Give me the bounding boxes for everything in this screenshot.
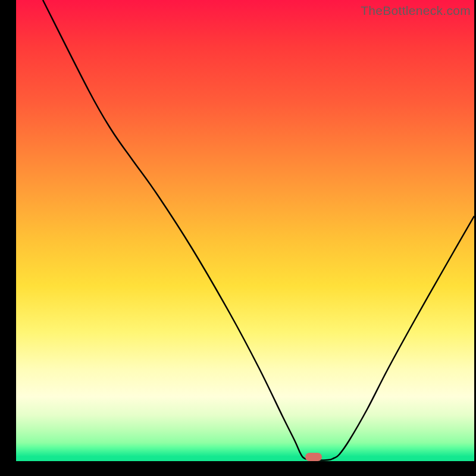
curve-layer: [16, 0, 474, 461]
optimal-point-marker: [305, 453, 322, 461]
chart-gradient-background: TheBottleneck.com: [16, 0, 474, 461]
bottleneck-curve: [43, 0, 474, 460]
